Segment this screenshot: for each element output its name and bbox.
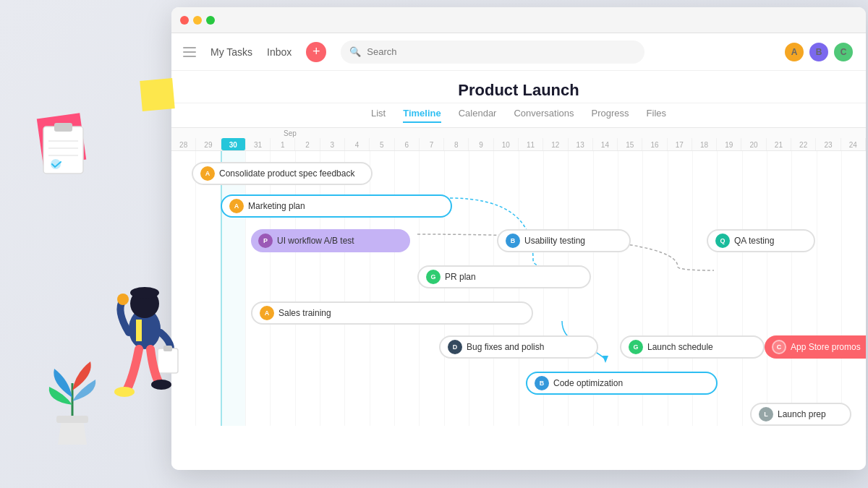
task-label-launch-sched: Launch schedule [647,342,713,352]
date-22: 22 [791,138,816,150]
date-16: 16 [642,138,667,150]
tab-progress[interactable]: Progress [592,108,629,123]
svg-rect-9 [136,320,142,341]
date-6: 6 [395,138,420,150]
date-9: 9 [469,138,493,150]
task-label-qa: QA testing [734,236,774,246]
hamburger-menu[interactable] [183,47,196,57]
task-label-usability: Usability testing [524,236,585,246]
avatar-user2: B [808,41,830,63]
tab-timeline[interactable]: Timeline [403,108,441,123]
date-13: 13 [569,138,593,150]
user-avatars: A B C [783,41,854,63]
timeline-container: Sep 28 29 30 31 1 2 3 4 5 6 7 8 9 10 11 … [171,128,866,470]
date-28: 28 [171,138,196,150]
task-label-app-store: Code optimization [553,378,623,388]
task-ui-workflow[interactable]: P UI workflow A/B test [251,229,410,252]
task-label-sales: Sales training [278,308,331,318]
task-bug-fixes[interactable]: D Bug fixes and polish [439,335,598,359]
date-5: 5 [370,138,394,150]
avatar-pr: G [426,270,441,284]
connector-lines [171,151,866,426]
nav-bar: My Tasks Inbox + 🔍 A B C [171,33,866,71]
avatar-ui: P [258,234,273,248]
svg-rect-0 [43,127,83,174]
avatar-user1: A [783,41,805,63]
today-line [221,151,222,426]
figure-decoration [94,260,188,448]
date-24: 24 [841,138,866,150]
month-label: Sep [284,129,297,137]
tab-conversations[interactable]: Conversations [514,108,574,123]
tabs-bar: List Timeline Calendar Conversations Pro… [171,103,866,128]
grid-body: A Consolidate product spec feedback A Ma… [171,151,866,426]
date-3: 3 [320,138,345,150]
clipboard-decoration [40,119,87,177]
task-label-pr: PR plan [445,272,476,282]
svg-point-13 [151,380,171,390]
traffic-light-yellow[interactable] [193,16,202,25]
avatar-bug: D [448,340,462,354]
task-marketing-plan[interactable]: A Marketing plan [221,194,452,218]
inbox-nav[interactable]: Inbox [267,46,292,58]
task-launch-prep[interactable]: L Launch prep [750,403,851,426]
date-header: Sep 28 29 30 31 1 2 3 4 5 6 7 8 9 10 11 … [171,128,866,151]
my-tasks-nav[interactable]: My Tasks [210,46,252,58]
avatar-usability: B [506,234,520,248]
title-bar [171,7,866,33]
date-31: 31 [246,138,271,150]
avatar-sales: A [260,306,274,320]
task-label-code: App Store promos [791,342,861,352]
date-20: 20 [741,138,766,150]
svg-rect-11 [163,346,172,351]
date-10: 10 [494,138,519,150]
date-7: 7 [420,138,444,150]
date-21: 21 [767,138,791,150]
date-1: 1 [271,138,295,150]
avatar-marketing: A [229,199,244,213]
avatar-code: C [772,340,786,354]
task-app-store[interactable]: B Code optimization [526,372,718,395]
date-11: 11 [519,138,543,150]
date-4: 4 [345,138,370,150]
task-launch-schedule[interactable]: G Launch schedule [620,335,765,359]
page-title: Product Launch [171,81,866,100]
search-icon: 🔍 [349,46,361,57]
date-14: 14 [593,138,618,150]
date-17: 17 [668,138,692,150]
search-input[interactable] [367,46,636,57]
plant-decoration [43,354,101,448]
task-usability[interactable]: B Usability testing [497,229,631,252]
tab-calendar[interactable]: Calendar [459,108,497,123]
page-title-area: Product Launch [171,71,866,103]
add-task-button[interactable]: + [306,42,326,62]
svg-point-8 [130,287,159,299]
svg-point-14 [117,294,129,305]
task-label-ui: UI workflow A/B test [277,236,354,246]
date-30-today: 30 [221,138,246,150]
task-pr-plan[interactable]: G PR plan [417,265,591,288]
date-19: 19 [717,138,741,150]
tab-files[interactable]: Files [647,108,666,123]
tab-list[interactable]: List [371,108,386,123]
svg-marker-17 [603,356,608,363]
task-qa[interactable]: Q QA testing [707,229,815,252]
svg-rect-10 [158,348,178,373]
traffic-light-red[interactable] [180,16,189,25]
task-label-launch-prep: Launch prep [778,409,826,419]
task-sales[interactable]: A Sales training [251,301,533,325]
date-2: 2 [295,138,320,150]
task-label-bug: Bug fixes and polish [467,342,544,352]
sticky-note-yellow [140,78,174,111]
avatar-launch-sched: G [629,340,643,354]
date-29: 29 [196,138,221,150]
task-consolidate[interactable]: A Consolidate product spec feedback [192,162,373,185]
search-bar[interactable]: 🔍 [341,40,644,64]
traffic-light-green[interactable] [206,16,215,25]
svg-rect-1 [54,123,72,132]
svg-point-12 [114,387,135,397]
task-label-consolidate: Consolidate product spec feedback [219,168,354,179]
avatar-qa: Q [715,234,730,248]
task-code-opt[interactable]: C App Store promos [765,335,866,359]
date-23: 23 [816,138,841,150]
